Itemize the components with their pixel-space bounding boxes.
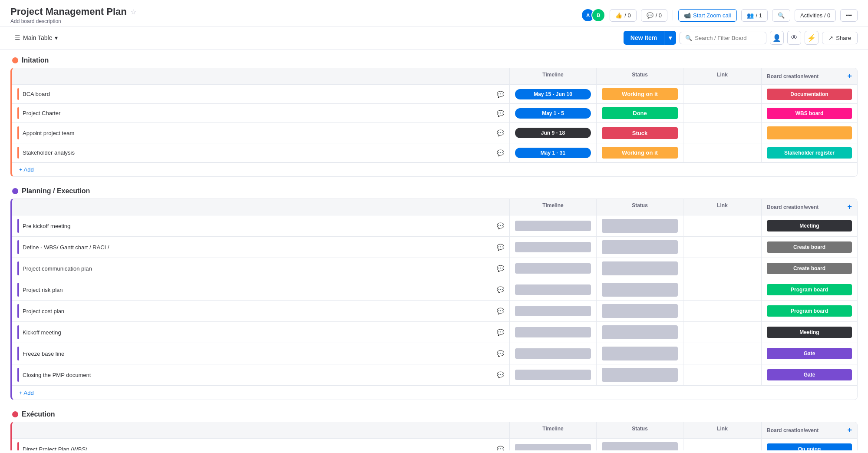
person-icon-btn[interactable]: 👤 bbox=[770, 31, 784, 45]
board-pill[interactable]: Program board bbox=[767, 284, 852, 295]
add-col-initiation[interactable]: + bbox=[847, 72, 852, 81]
td-board[interactable]: Meeting bbox=[762, 215, 857, 236]
project-subtitle[interactable]: Add board description bbox=[10, 18, 136, 24]
board-pill[interactable]: Program board bbox=[767, 305, 852, 317]
chat-icon[interactable]: 💬 bbox=[497, 329, 504, 336]
chat-icon[interactable]: 💬 bbox=[497, 91, 504, 98]
td-board[interactable]: Gate bbox=[762, 343, 857, 364]
board-pill[interactable]: Documentation bbox=[767, 89, 852, 100]
board-pill[interactable]: Meeting bbox=[767, 327, 852, 338]
col-header-status-planning: Status bbox=[597, 199, 683, 215]
td-timeline bbox=[510, 322, 597, 343]
chat-icon[interactable]: 💬 bbox=[497, 265, 504, 272]
star-icon[interactable]: ☆ bbox=[130, 8, 136, 16]
timeline-empty bbox=[515, 348, 591, 359]
td-link bbox=[683, 258, 762, 279]
board-pill[interactable]: Create board bbox=[767, 241, 852, 253]
share-btn[interactable]: ↗ Share bbox=[822, 32, 858, 44]
board-pill[interactable]: Create board bbox=[767, 263, 852, 274]
like-counter-btn[interactable]: 👍 / 0 bbox=[610, 9, 636, 22]
td-name: BCA board 💬 bbox=[12, 85, 510, 103]
new-item-label[interactable]: New Item bbox=[624, 31, 664, 45]
td-board[interactable]: On going bbox=[762, 439, 857, 450]
td-name: Define - WBS/ Gantt chart / RACI / 💬 bbox=[12, 237, 510, 258]
add-col-planning[interactable]: + bbox=[847, 202, 852, 212]
chat-icon[interactable]: 💬 bbox=[497, 308, 504, 314]
td-timeline bbox=[510, 301, 597, 321]
task-name-text: Pre kickoff meeting bbox=[23, 223, 70, 229]
td-board[interactable]: Program board bbox=[762, 301, 857, 321]
chat-icon[interactable]: 💬 bbox=[497, 129, 504, 136]
board-pill[interactable]: Stakeholder register bbox=[767, 147, 852, 159]
td-board[interactable]: Meeting bbox=[762, 322, 857, 343]
td-board[interactable] bbox=[762, 123, 857, 143]
board-pill[interactable]: Gate bbox=[767, 369, 852, 380]
add-row-planning[interactable]: + Add bbox=[12, 386, 857, 400]
chat-icon[interactable]: 💬 bbox=[497, 286, 504, 293]
chevron-down-icon: ▾ bbox=[55, 34, 58, 41]
new-item-arrow-icon[interactable]: ▾ bbox=[664, 31, 676, 45]
board-pill[interactable]: On going bbox=[767, 443, 852, 450]
status-empty bbox=[602, 240, 678, 254]
table-row: Project communication plan 💬 Create boar… bbox=[12, 258, 857, 279]
group-dot-initiation bbox=[12, 57, 18, 63]
row-bar bbox=[17, 283, 19, 297]
filter-icon-btn[interactable]: ⚡ bbox=[805, 31, 818, 45]
table-icon: ☰ bbox=[15, 34, 20, 41]
chat-icon[interactable]: 💬 bbox=[497, 244, 504, 251]
eye-icon-btn[interactable]: 👁 bbox=[787, 31, 801, 45]
new-item-btn[interactable]: New Item ▾ bbox=[624, 31, 676, 45]
comment-count: / 0 bbox=[656, 12, 662, 19]
search-icon-btn[interactable]: 🔍 bbox=[772, 9, 790, 22]
comment-counter-btn[interactable]: 💬 / 0 bbox=[641, 9, 667, 22]
td-name: Project communication plan 💬 bbox=[12, 258, 510, 279]
td-status bbox=[597, 215, 683, 236]
board-pill[interactable]: WBS board bbox=[767, 108, 852, 119]
td-name: Pre kickoff meeting 💬 bbox=[12, 215, 510, 236]
search-input[interactable] bbox=[695, 35, 761, 41]
chat-icon[interactable]: 💬 bbox=[497, 371, 504, 378]
td-board[interactable]: Gate bbox=[762, 364, 857, 385]
board-pill[interactable]: Meeting bbox=[767, 220, 852, 231]
td-board[interactable]: Create board bbox=[762, 258, 857, 279]
td-timeline: Jun 9 - 18 bbox=[510, 123, 597, 143]
col-header-status-initiation: Status bbox=[597, 68, 683, 84]
status-pill: Working on it bbox=[602, 88, 678, 100]
chat-icon[interactable]: 💬 bbox=[497, 149, 504, 156]
chat-icon[interactable]: 💬 bbox=[497, 222, 504, 229]
group-title-execution: Exécution bbox=[22, 410, 55, 418]
share-label: Share bbox=[836, 35, 851, 41]
add-row-initiation[interactable]: + Add bbox=[12, 162, 857, 176]
board-pill[interactable] bbox=[767, 126, 852, 139]
td-status: Stuck bbox=[597, 123, 683, 143]
group-planning: Planning / Execution Timeline Status Lin… bbox=[10, 187, 858, 400]
divider-1 bbox=[673, 10, 673, 20]
group-title-planning: Planning / Execution bbox=[22, 187, 90, 195]
td-board[interactable]: WBS board bbox=[762, 104, 857, 122]
table-row: Project Charter 💬 May 1 - 5 Done WBS boa… bbox=[12, 104, 857, 123]
chat-icon[interactable]: 💬 bbox=[497, 110, 504, 117]
activities-btn[interactable]: Activities / 0 bbox=[795, 9, 836, 22]
more-btn[interactable]: ••• bbox=[840, 9, 858, 22]
main-table-btn[interactable]: ☰ Main Table ▾ bbox=[10, 32, 62, 44]
table-planning: Timeline Status Link Board creation/even… bbox=[10, 198, 858, 400]
td-link bbox=[683, 439, 762, 450]
group-header-initiation: Initation bbox=[10, 56, 858, 64]
row-bar bbox=[17, 368, 19, 382]
td-board[interactable]: Stakeholder register bbox=[762, 143, 857, 162]
zoom-btn[interactable]: 📹 Start Zoom call bbox=[678, 9, 736, 22]
td-board[interactable]: Create board bbox=[762, 237, 857, 258]
td-status: Done bbox=[597, 104, 683, 122]
people-btn[interactable]: 👥 / 1 bbox=[741, 9, 768, 22]
row-bar bbox=[17, 442, 19, 450]
people-icon: 👥 bbox=[747, 12, 754, 19]
chat-icon[interactable]: 💬 bbox=[497, 350, 504, 357]
td-board[interactable]: Program board bbox=[762, 279, 857, 300]
search-box[interactable]: 🔍 bbox=[680, 32, 766, 44]
col-header-board-initiation: Board creation/event + bbox=[762, 68, 857, 84]
chat-icon[interactable]: 💬 bbox=[497, 446, 504, 450]
td-board[interactable]: Documentation bbox=[762, 85, 857, 103]
toolbar: ☰ Main Table ▾ New Item ▾ 🔍 👤 👁 ⚡ bbox=[0, 26, 868, 50]
add-col-execution[interactable]: + bbox=[847, 426, 852, 435]
board-pill[interactable]: Gate bbox=[767, 348, 852, 359]
